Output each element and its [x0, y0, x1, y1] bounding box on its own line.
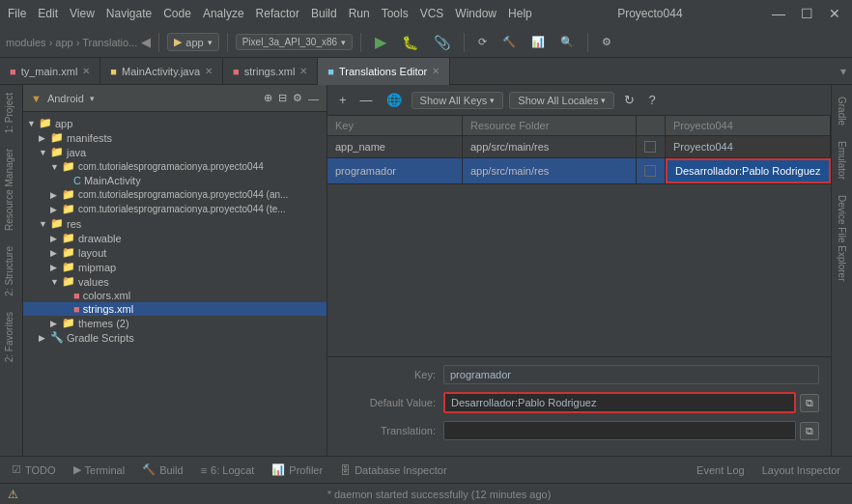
tree-item-gradle-scripts[interactable]: ▶ 🔧 Gradle Scripts	[23, 330, 327, 345]
sidebar-item-structure[interactable]: 2: Structure	[0, 238, 22, 304]
remove-key-button[interactable]: —	[356, 91, 377, 109]
tree-item-package-test[interactable]: ▶ 📁 com.tutorialesprogramacionya.proyect…	[23, 202, 327, 216]
tab-mainactivity-java[interactable]: ■ MainActivity.java ✕	[100, 58, 223, 85]
default-value-input[interactable]	[443, 392, 796, 413]
globe-button[interactable]: 🌐	[383, 91, 406, 109]
cell-key-app-name: app_name	[327, 136, 463, 157]
tree-item-java[interactable]: ▼ 📁 java	[23, 145, 327, 159]
cell-value-programador[interactable]: Desarrollador:Pablo Rodriguez	[666, 158, 831, 183]
menu-view[interactable]: View	[70, 7, 95, 20]
menu-bar[interactable]: File Edit View Navigate Code Analyze Ref…	[8, 7, 532, 20]
show-all-locales-button[interactable]: Show All Locales ▾	[509, 92, 614, 109]
settings-button[interactable]: ⚙	[596, 34, 617, 50]
sidebar-item-favorites[interactable]: 2: Favorites	[0, 304, 22, 370]
sidebar-item-project[interactable]: 1: Project	[0, 85, 22, 141]
tree-item-package-main[interactable]: ▼ 📁 com.tutorialesprogramacionya.proyect…	[23, 159, 327, 174]
profile-button[interactable]: 📊	[525, 34, 551, 50]
sidebar-item-device-file-explorer[interactable]: Device File Explorer	[835, 187, 849, 289]
tree-item-mainactivity[interactable]: ▶ C MainActivity	[23, 174, 327, 187]
menu-window[interactable]: Window	[455, 7, 497, 20]
copy-translation-button[interactable]: ⧉	[800, 422, 819, 440]
checkbox-programador[interactable]	[644, 165, 656, 177]
bottom-tab-logcat[interactable]: ≡ 6: Logcat	[193, 458, 263, 483]
cell-check-programador[interactable]	[637, 158, 666, 183]
menu-code[interactable]: Code	[163, 7, 191, 20]
cell-check-app-name[interactable]	[637, 136, 666, 157]
refresh-button[interactable]: ↻	[620, 91, 639, 109]
tree-item-layout[interactable]: ▶ 📁 layout	[23, 245, 327, 260]
navigation-arrow-icon[interactable]: ◀	[141, 35, 151, 49]
checkbox-app-name[interactable]	[644, 141, 656, 153]
menu-refactor[interactable]: Refactor	[256, 7, 299, 20]
tab-overflow-button[interactable]: ▾	[835, 65, 852, 78]
tree-item-colors-xml[interactable]: ▶ ■ colors.xml	[23, 289, 327, 302]
tree-action-icon-1[interactable]: ⊕	[264, 92, 272, 104]
tree-action-icon-4[interactable]: —	[308, 93, 319, 104]
tree-item-app[interactable]: ▼ 📁 app	[23, 116, 327, 130]
logcat-icon: ≡	[201, 464, 207, 476]
bottom-tab-bar: ☑ TODO ▶ Terminal 🔨 Build ≡ 6: Logcat 📊 …	[0, 456, 852, 483]
tree-item-res[interactable]: ▼ 📁 res	[23, 216, 327, 231]
menu-analyze[interactable]: Analyze	[203, 7, 244, 20]
menu-tools[interactable]: Tools	[382, 7, 409, 20]
bottom-tab-layout-inspector[interactable]: Layout Inspector	[754, 458, 848, 483]
todo-icon: ☑	[12, 463, 21, 476]
build-button[interactable]: 🔨	[497, 34, 522, 50]
tree-action-icon-2[interactable]: ⊟	[278, 92, 287, 104]
tree-item-package-android[interactable]: ▶ 📁 com.tutorialesprogramacionya.proyect…	[23, 187, 327, 202]
device-dropdown[interactable]: Pixel_3a_API_30_x86 ▾	[236, 34, 353, 50]
window-controls[interactable]: — ☐ ✕	[768, 6, 844, 21]
menu-build[interactable]: Build	[311, 7, 337, 20]
left-side-panel: 1: Project Resource Manager 2: Structure…	[0, 85, 23, 456]
tree-item-drawable[interactable]: ▶ 📁 drawable	[23, 231, 327, 245]
menu-navigate[interactable]: Navigate	[106, 7, 152, 20]
add-key-button[interactable]: +	[335, 91, 351, 109]
cell-value-app-name[interactable]: Proyecto044	[666, 136, 831, 157]
menu-file[interactable]: File	[8, 7, 26, 20]
tab-strings-xml[interactable]: ■ strings.xml ✕	[223, 58, 318, 85]
bottom-tab-terminal[interactable]: ▶ Terminal	[66, 458, 133, 483]
sync-button[interactable]: ⟳	[472, 34, 493, 50]
key-input[interactable]	[443, 365, 819, 384]
bottom-tab-build[interactable]: 🔨 Build	[134, 458, 190, 483]
run-config-dropdown[interactable]: ▶ app ▾	[167, 33, 218, 51]
close-tab-translations[interactable]: ✕	[432, 66, 440, 76]
help-button[interactable]: ?	[644, 91, 659, 109]
tree-item-mipmap[interactable]: ▶ 📁 mipmap	[23, 260, 327, 274]
tab-translations-editor[interactable]: ■ Translations Editor ✕	[318, 58, 450, 85]
minimize-button[interactable]: —	[768, 6, 789, 21]
menu-help[interactable]: Help	[508, 7, 532, 20]
android-dropdown-icon[interactable]: ▾	[90, 94, 95, 103]
close-tab-mainactivity[interactable]: ✕	[205, 66, 213, 76]
tree-item-values[interactable]: ▼ 📁 values	[23, 274, 327, 289]
translation-input[interactable]	[443, 421, 796, 440]
show-all-keys-button[interactable]: Show All Keys ▾	[412, 92, 504, 109]
search-button[interactable]: 🔍	[554, 34, 580, 50]
menu-vcs[interactable]: VCS	[420, 7, 444, 20]
default-value-wrapper: ⧉	[443, 392, 819, 413]
sidebar-item-gradle[interactable]: Gradle	[835, 89, 849, 133]
table-row-selected[interactable]: programador app/src/main/res Desarrollad…	[327, 158, 831, 184]
close-tab-strings[interactable]: ✕	[299, 66, 307, 76]
close-tab-ty-main[interactable]: ✕	[82, 66, 90, 76]
debug-button[interactable]: 🐛	[396, 33, 424, 52]
tree-item-manifests[interactable]: ▶ 📁 manifests	[23, 130, 327, 145]
tree-item-strings-xml[interactable]: ▶ ■ strings.xml	[23, 302, 327, 316]
table-row[interactable]: app_name app/src/main/res Proyecto044	[327, 136, 831, 158]
tab-ty-main-xml[interactable]: ■ ty_main.xml ✕	[0, 58, 100, 85]
maximize-button[interactable]: ☐	[797, 6, 817, 21]
close-button[interactable]: ✕	[825, 6, 844, 21]
tree-item-themes[interactable]: ▶ 📁 themes (2)	[23, 316, 327, 330]
copy-default-button[interactable]: ⧉	[800, 394, 819, 412]
menu-run[interactable]: Run	[349, 7, 370, 20]
run-button[interactable]: ▶	[369, 31, 392, 53]
attach-button[interactable]: 📎	[428, 33, 456, 52]
menu-edit[interactable]: Edit	[38, 7, 58, 20]
tree-action-icon-3[interactable]: ⚙	[293, 92, 302, 104]
bottom-tab-profiler[interactable]: 📊 Profiler	[264, 458, 330, 483]
sidebar-item-resource-manager[interactable]: Resource Manager	[0, 141, 22, 238]
bottom-tab-database-inspector[interactable]: 🗄 Database Inspector	[332, 458, 454, 483]
sidebar-item-emulator[interactable]: Emulator	[835, 133, 849, 187]
bottom-tab-event-log[interactable]: Event Log	[689, 458, 753, 483]
bottom-tab-todo[interactable]: ☑ TODO	[4, 458, 64, 483]
